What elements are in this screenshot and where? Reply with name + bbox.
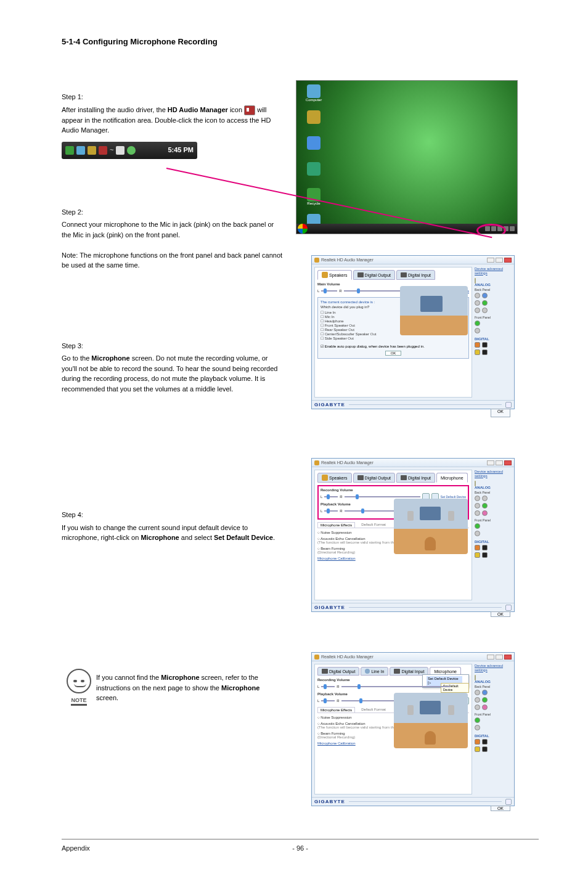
tab-default-format[interactable]: Default Format [359, 707, 388, 713]
tab-digital-output[interactable]: Digital Output [353, 473, 395, 483]
taskbar-clock: 5:45 PM [168, 145, 194, 155]
jack[interactable] [475, 746, 480, 752]
device-advanced-link[interactable]: Device advanced settings [475, 267, 512, 275]
tab-digital-output[interactable]: Digital Output [353, 270, 395, 280]
maximize-button[interactable] [496, 460, 503, 465]
jack[interactable] [482, 697, 488, 703]
tab-speakers[interactable]: Speakers [317, 270, 352, 280]
jack[interactable] [475, 552, 480, 558]
balance-slider[interactable] [324, 510, 338, 512]
minimize-button[interactable] [487, 460, 494, 465]
step2-title: Step 2: [62, 207, 284, 218]
notification-area: ~ 5:45 PM [62, 142, 197, 159]
minimize-button[interactable] [487, 258, 494, 263]
jack[interactable] [482, 545, 488, 550]
gigabyte-logo: GIGABYTE [314, 402, 345, 407]
window-titlebar: Realtek HD Audio Manager [312, 653, 514, 661]
balance-slider[interactable] [321, 290, 337, 292]
recording-volume-slider[interactable] [345, 496, 420, 497]
tray-icon [65, 146, 74, 155]
panel-ok-button[interactable]: OK [491, 611, 510, 617]
jack[interactable] [475, 739, 480, 745]
jack[interactable] [475, 510, 480, 516]
front-panel-label: Front Panel [475, 713, 512, 716]
jack[interactable] [475, 496, 480, 501]
jack[interactable] [482, 342, 488, 348]
tray-icon [76, 146, 85, 155]
hd-audio-tray-icon[interactable] [99, 146, 107, 155]
balance-slider[interactable] [321, 686, 335, 687]
back-panel-label: Back Panel [475, 491, 512, 494]
recording-volume-slider[interactable] [341, 686, 451, 687]
panel-ok-button[interactable]: OK [491, 409, 510, 417]
jack[interactable] [475, 300, 480, 306]
jack[interactable] [482, 552, 488, 558]
popup-option[interactable]: ☐ Side Speaker Out [321, 336, 466, 340]
mic-calibration-link[interactable]: Microphone Calibration [317, 557, 356, 560]
tab-digital-input[interactable]: Digital Input [396, 473, 435, 483]
tab-mic-effects[interactable]: Microphone Effects [317, 707, 355, 713]
volume-tray-icon [127, 146, 136, 155]
jack[interactable] [475, 503, 480, 508]
jack[interactable] [482, 510, 488, 516]
jack[interactable] [482, 503, 488, 508]
maximize-button[interactable] [496, 258, 503, 263]
device-advanced-link[interactable]: Device advanced settings [475, 470, 512, 478]
jack[interactable] [482, 300, 488, 306]
jack[interactable] [475, 328, 480, 333]
window-titlebar: Realtek HD Audio Manager [312, 256, 514, 264]
tab-digital-input[interactable]: Digital Input [396, 270, 435, 280]
note-label: NOTE [71, 697, 86, 706]
panel-ok-button[interactable]: OK [491, 806, 510, 811]
mic-room-illustration [394, 693, 468, 748]
mic-calibration-link[interactable]: Microphone Calibration [317, 741, 356, 745]
jack[interactable] [475, 531, 480, 536]
jack[interactable] [475, 705, 480, 710]
close-button[interactable] [504, 460, 512, 465]
jack[interactable] [475, 293, 480, 298]
auto-popup-checkbox[interactable]: ☑ Enable auto popup dialog, when device … [321, 344, 466, 348]
info-button[interactable] [505, 605, 512, 611]
jack[interactable] [475, 725, 480, 730]
jack[interactable] [482, 705, 488, 710]
jack[interactable] [482, 690, 488, 695]
digital-label: DIGITAL [475, 734, 512, 738]
tab-mic-effects[interactable]: Microphone Effects [317, 522, 355, 528]
desktop-screenshot: Computer Recycle [296, 80, 518, 234]
jack[interactable] [482, 496, 488, 501]
callout-highlight [476, 224, 506, 234]
info-button[interactable] [505, 402, 512, 408]
jack[interactable] [475, 321, 480, 326]
step3-title: Step 3: [62, 341, 284, 351]
tab-speakers[interactable]: Speakers [317, 473, 352, 483]
close-button[interactable] [504, 655, 512, 660]
jack[interactable] [482, 746, 488, 752]
jack[interactable] [475, 697, 480, 703]
info-button[interactable] [505, 799, 512, 805]
analog-label: ANALOG [475, 486, 512, 489]
note-text: If you cannot find the Microphone screen… [96, 669, 284, 706]
close-button[interactable] [504, 258, 512, 263]
minimize-button[interactable] [487, 655, 494, 660]
tab-microphone[interactable]: Microphone [436, 473, 468, 483]
jack[interactable] [475, 690, 480, 695]
jack[interactable] [475, 342, 480, 348]
jack[interactable] [482, 308, 488, 313]
jack[interactable] [475, 523, 480, 529]
jack[interactable] [475, 308, 480, 313]
jack[interactable] [475, 545, 480, 550]
start-button[interactable] [298, 224, 308, 234]
device-advanced-link[interactable]: Device advanced settings [475, 664, 512, 672]
jack[interactable] [475, 349, 480, 355]
tab-line-in[interactable]: Line In [361, 667, 388, 676]
jack[interactable] [475, 717, 480, 723]
popup-ok-button[interactable]: OK [385, 351, 401, 356]
balance-slider[interactable] [321, 700, 335, 701]
tab-default-format[interactable]: Default Format [359, 522, 388, 528]
balance-slider[interactable] [324, 496, 338, 497]
jack[interactable] [482, 739, 488, 745]
jack[interactable] [482, 349, 488, 355]
jack[interactable] [482, 293, 488, 298]
maximize-button[interactable] [496, 655, 503, 660]
tab-digital-output[interactable]: Digital Output [317, 667, 359, 676]
